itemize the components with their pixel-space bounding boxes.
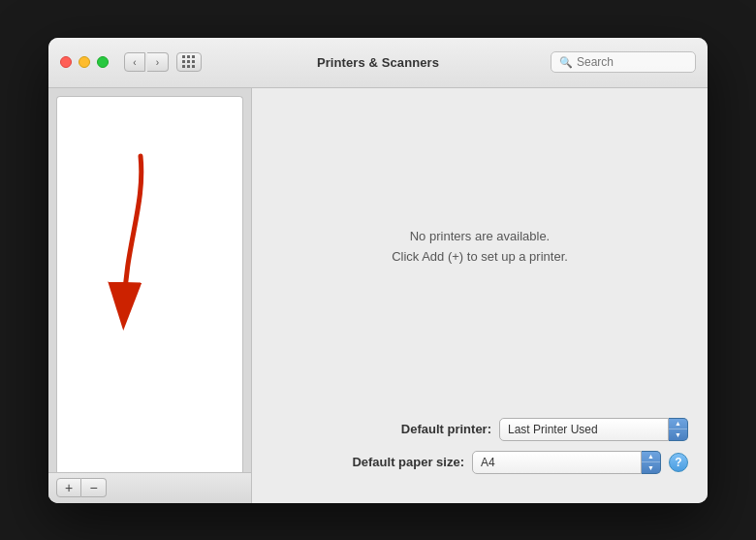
search-input[interactable] bbox=[577, 55, 687, 69]
default-printer-select[interactable]: Last Printer Used bbox=[499, 418, 669, 441]
main-panel: No printers are available. Click Add (+)… bbox=[252, 88, 708, 503]
empty-line2: Click Add (+) to set up a printer. bbox=[392, 247, 568, 268]
nav-buttons: ‹ › bbox=[124, 52, 169, 72]
default-paper-select-wrapper: A4 ▲ ▼ bbox=[472, 451, 661, 474]
content-area: + − No printers are available. Click Add… bbox=[48, 88, 708, 503]
default-printer-stepper[interactable]: ▲ ▼ bbox=[669, 418, 688, 441]
default-paper-label: Default paper size: bbox=[352, 455, 464, 469]
maximize-button[interactable] bbox=[97, 56, 109, 68]
sidebar: + − bbox=[48, 88, 252, 503]
default-paper-stepper[interactable]: ▲ ▼ bbox=[642, 451, 661, 474]
main-window: ‹ › Printers & Scanners 🔍 bbox=[48, 38, 708, 503]
paper-stepper-up-icon[interactable]: ▲ bbox=[642, 452, 660, 463]
apps-grid-button[interactable] bbox=[176, 52, 202, 72]
stepper-down-icon[interactable]: ▼ bbox=[669, 429, 687, 440]
traffic-lights bbox=[60, 56, 109, 68]
empty-message: No printers are available. Click Add (+)… bbox=[392, 227, 568, 268]
close-button[interactable] bbox=[60, 56, 72, 68]
default-paper-row: Default paper size: A4 ▲ ▼ ? bbox=[271, 451, 688, 474]
printer-list bbox=[56, 96, 243, 472]
default-printer-label: Default printer: bbox=[401, 422, 491, 436]
paper-stepper-down-icon[interactable]: ▼ bbox=[642, 462, 660, 473]
back-button[interactable]: ‹ bbox=[124, 52, 145, 72]
titlebar: ‹ › Printers & Scanners 🔍 bbox=[48, 38, 708, 88]
empty-line1: No printers are available. bbox=[392, 227, 568, 247]
minimize-button[interactable] bbox=[79, 56, 90, 68]
list-toolbar: + − bbox=[48, 472, 251, 503]
forward-button[interactable]: › bbox=[147, 52, 169, 72]
stepper-up-icon[interactable]: ▲ bbox=[669, 419, 687, 430]
search-bar[interactable]: 🔍 bbox=[551, 51, 696, 73]
default-paper-select[interactable]: A4 bbox=[472, 451, 642, 474]
grid-icon bbox=[182, 55, 196, 69]
help-button[interactable]: ? bbox=[669, 453, 688, 472]
search-icon: 🔍 bbox=[559, 56, 573, 69]
default-printer-select-wrapper: Last Printer Used ▲ ▼ bbox=[499, 418, 688, 441]
default-printer-row: Default printer: Last Printer Used ▲ ▼ bbox=[271, 418, 688, 441]
panel-footer: Default printer: Last Printer Used ▲ ▼ D… bbox=[252, 406, 708, 503]
remove-printer-button[interactable]: − bbox=[81, 478, 107, 497]
window-title: Printers & Scanners bbox=[317, 55, 439, 70]
empty-state: No printers are available. Click Add (+)… bbox=[252, 88, 708, 406]
add-printer-button[interactable]: + bbox=[56, 478, 81, 497]
